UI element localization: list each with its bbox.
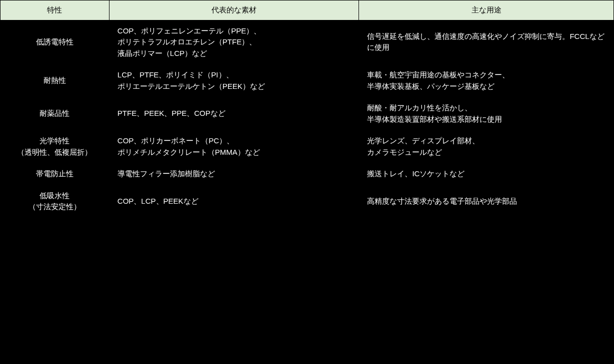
cell-trait: 耐熱性 (0, 64, 110, 97)
cell-material: COP、ポリカーボネート（PC）、ポリメチルメタクリレート（PMMA）など (109, 130, 359, 163)
cell-trait: 耐薬品性 (0, 97, 110, 130)
header-trait: 特性 (0, 0, 110, 20)
cell-trait: 光学特性（透明性、低複屈折） (0, 130, 110, 163)
cell-material: PTFE、PEEK、PPE、COPなど (109, 97, 359, 130)
table-row: 帯電防止性 導電性フィラー添加樹脂など 搬送トレイ、ICソケットなど (0, 163, 614, 185)
cell-material: 導電性フィラー添加樹脂など (109, 163, 359, 185)
cell-material: LCP、PTFE、ポリイミド（PI）、ポリエーテルエーテルケトン（PEEK）など (109, 64, 359, 97)
cell-usage: 車載・航空宇宙用途の基板やコネクター、半導体実装基板、パッケージ基板など (359, 64, 614, 97)
cell-trait: 帯電防止性 (0, 163, 110, 185)
table-row: 低吸水性（寸法安定性） COP、LCP、PEEKなど 高精度な寸法要求がある電子… (0, 185, 614, 218)
table-row: 耐薬品性 PTFE、PEEK、PPE、COPなど 耐酸・耐アルカリ性を活かし、半… (0, 97, 614, 130)
cell-material: COP、LCP、PEEKなど (109, 185, 359, 218)
table-header-row: 特性 代表的な素材 主な用途 (0, 0, 614, 20)
header-material: 代表的な素材 (109, 0, 359, 20)
cell-trait: 低誘電特性 (0, 20, 110, 64)
cell-usage: 搬送トレイ、ICソケットなど (359, 163, 614, 185)
cell-usage: 耐酸・耐アルカリ性を活かし、半導体製造装置部材や搬送系部材に使用 (359, 97, 614, 130)
cell-usage: 光学レンズ、ディスプレイ部材、カメラモジュールなど (359, 130, 614, 163)
table-row: 光学特性（透明性、低複屈折） COP、ポリカーボネート（PC）、ポリメチルメタク… (0, 130, 614, 163)
table-row: 耐熱性 LCP、PTFE、ポリイミド（PI）、ポリエーテルエーテルケトン（PEE… (0, 64, 614, 97)
materials-table: 特性 代表的な素材 主な用途 低誘電特性 COP、ポリフェニレンエーテル（PPE… (0, 0, 614, 218)
header-usage: 主な用途 (359, 0, 614, 20)
cell-material: COP、ポリフェニレンエーテル（PPE）、ポリテトラフルオロエチレン（PTFE）… (109, 20, 359, 64)
cell-usage: 信号遅延を低減し、通信速度の高速化やノイズ抑制に寄与。FCCLなどに使用 (359, 20, 614, 64)
table-body: 低誘電特性 COP、ポリフェニレンエーテル（PPE）、ポリテトラフルオロエチレン… (0, 20, 614, 218)
cell-trait: 低吸水性（寸法安定性） (0, 185, 110, 218)
table-row: 低誘電特性 COP、ポリフェニレンエーテル（PPE）、ポリテトラフルオロエチレン… (0, 20, 614, 64)
cell-usage: 高精度な寸法要求がある電子部品や光学部品 (359, 185, 614, 218)
